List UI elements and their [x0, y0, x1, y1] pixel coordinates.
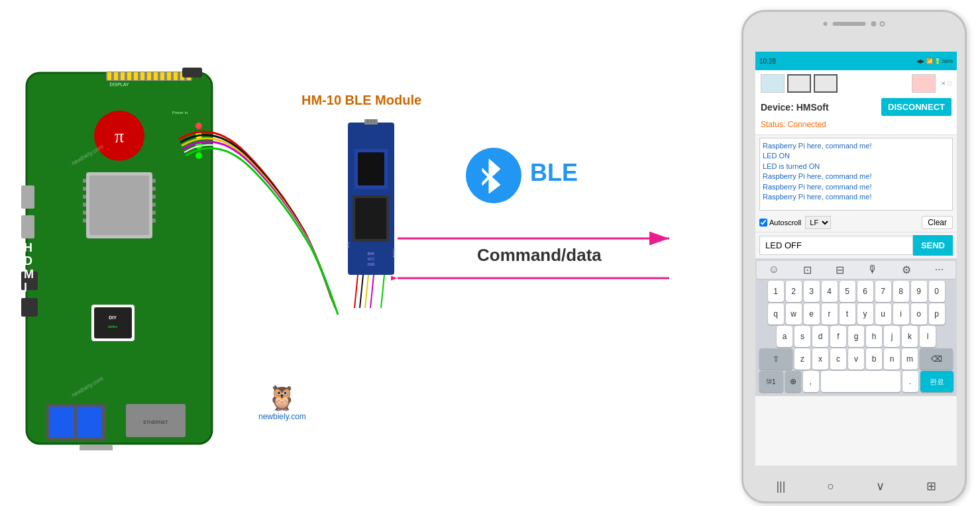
svg-rect-35 — [152, 203, 156, 207]
key-b[interactable]: b — [866, 348, 882, 370]
nav-extra[interactable]: ⊞ — [926, 479, 936, 493]
key-d[interactable]: d — [812, 326, 828, 347]
key-1[interactable]: 1 — [768, 281, 784, 302]
lf-select[interactable]: LF — [805, 216, 831, 229]
key-l[interactable]: l — [920, 326, 936, 347]
svg-text:D: D — [24, 254, 32, 268]
autoscroll-label: Autoscroll — [769, 219, 801, 227]
emoji-icon[interactable]: ☺ — [769, 264, 779, 276]
terminal-line: Raspberry Pi here, command me! — [763, 141, 950, 151]
thumb-2[interactable] — [787, 74, 811, 93]
key-e[interactable]: e — [804, 303, 820, 325]
phone-section: 10:28 ◀▶ 📶 🔋 58% ✕ □ Device: HMSoft DISC… — [735, 7, 980, 503]
svg-line-72 — [365, 275, 368, 308]
controls-row: Autoscroll LF Clear — [755, 213, 957, 232]
svg-text:M: M — [24, 268, 34, 281]
nav-back[interactable]: ||| — [776, 480, 785, 493]
nav-home[interactable]: ○ — [827, 480, 834, 493]
space-key[interactable] — [821, 371, 900, 392]
ble-label: BLE — [530, 159, 578, 187]
backspace-key[interactable]: ⌫ — [920, 348, 953, 370]
svg-line-73 — [370, 275, 374, 308]
svg-rect-28 — [83, 195, 86, 199]
svg-rect-27 — [83, 187, 86, 191]
svg-rect-19 — [21, 298, 38, 317]
key-9[interactable]: 9 — [911, 281, 927, 302]
message-input[interactable] — [759, 236, 913, 255]
key-a[interactable]: a — [777, 326, 792, 347]
svg-rect-4 — [121, 72, 125, 80]
key-2[interactable]: 2 — [786, 281, 802, 302]
settings-icon[interactable]: ⚙ — [902, 264, 911, 276]
key-t[interactable]: t — [840, 303, 855, 325]
svg-rect-6 — [134, 72, 138, 80]
key-u[interactable]: u — [875, 303, 891, 325]
key-p[interactable]: p — [929, 303, 945, 325]
autoscroll-checkbox[interactable]: Autoscroll — [759, 219, 801, 227]
key-h[interactable]: h — [866, 326, 882, 347]
key-3[interactable]: 3 — [804, 281, 820, 302]
mic-icon[interactable]: 🎙 — [867, 264, 878, 276]
svg-rect-25 — [89, 176, 149, 235]
terminal-line: Raspberry Pi here, command me! — [763, 182, 950, 192]
key-8[interactable]: 8 — [893, 281, 909, 302]
key-y[interactable]: y — [857, 303, 873, 325]
thumb-4[interactable] — [912, 74, 936, 93]
key-k[interactable]: k — [902, 326, 918, 347]
clipboard-icon[interactable]: ⊡ — [803, 264, 812, 276]
key-v[interactable]: v — [848, 348, 864, 370]
symbols-key[interactable]: !#1 — [759, 371, 783, 392]
thumb-3[interactable] — [814, 74, 838, 93]
svg-rect-41 — [94, 307, 132, 338]
svg-rect-36 — [152, 211, 156, 215]
key-s[interactable]: s — [794, 326, 810, 347]
input-row: SEND — [755, 232, 957, 258]
svg-rect-53 — [77, 407, 102, 438]
send-button[interactable]: SEND — [913, 235, 953, 256]
thumb-1[interactable] — [761, 74, 785, 93]
phone-camera — [871, 21, 877, 26]
globe-key[interactable]: ⊕ — [785, 371, 801, 392]
key-4[interactable]: 4 — [822, 281, 838, 302]
disconnect-button[interactable]: DISCONNECT — [881, 98, 952, 116]
key-6[interactable]: 6 — [857, 281, 873, 302]
more-icon[interactable]: ··· — [935, 264, 944, 276]
phone-speaker — [833, 22, 866, 26]
key-o[interactable]: o — [911, 303, 927, 325]
nav-recent[interactable]: ∨ — [876, 479, 885, 493]
svg-text:π: π — [115, 126, 124, 146]
key-j[interactable]: j — [884, 326, 900, 347]
key-q[interactable]: q — [768, 303, 784, 325]
key-m[interactable]: m — [902, 348, 918, 370]
key-i[interactable]: i — [893, 303, 909, 325]
sticker-icon[interactable]: ⊟ — [836, 264, 844, 276]
key-7[interactable]: 7 — [875, 281, 891, 302]
key-g[interactable]: g — [848, 326, 864, 347]
comma-key[interactable]: , — [803, 371, 819, 392]
clear-button[interactable]: Clear — [922, 216, 953, 229]
svg-point-48 — [195, 142, 202, 149]
key-r[interactable]: r — [822, 303, 838, 325]
key-z[interactable]: z — [794, 348, 810, 370]
key-x[interactable]: x — [812, 348, 828, 370]
svg-text:BRK: BRK — [368, 252, 375, 256]
confirm-key[interactable]: 완료 — [920, 371, 953, 392]
key-f[interactable]: f — [830, 326, 846, 347]
key-n[interactable]: n — [884, 348, 900, 370]
phone-bottom-nav: ||| ○ ∨ ⊞ — [755, 476, 957, 496]
close-icon[interactable]: ✕ □ — [941, 80, 952, 87]
keyboard: ☺ ⊡ ⊟ 🎙 ⚙ ··· 1 2 3 4 5 6 7 8 9 — [755, 258, 957, 396]
svg-rect-2 — [107, 72, 111, 80]
terminal-area[interactable]: Raspberry Pi here, command me!LED ONLED … — [759, 138, 953, 211]
ble-section: BLE — [464, 146, 523, 208]
svg-rect-7 — [140, 72, 144, 80]
key-5[interactable]: 5 — [840, 281, 855, 302]
shift-key[interactable]: ⇧ — [759, 348, 792, 370]
period-key[interactable]: . — [902, 371, 918, 392]
key-0[interactable]: 0 — [929, 281, 945, 302]
device-row: Device: HMSoft DISCONNECT — [761, 95, 952, 119]
key-w[interactable]: w — [786, 303, 802, 325]
key-c[interactable]: c — [830, 348, 846, 370]
keyboard-toolbar: ☺ ⊡ ⊟ 🎙 ⚙ ··· — [757, 261, 955, 279]
svg-rect-30 — [83, 211, 86, 215]
